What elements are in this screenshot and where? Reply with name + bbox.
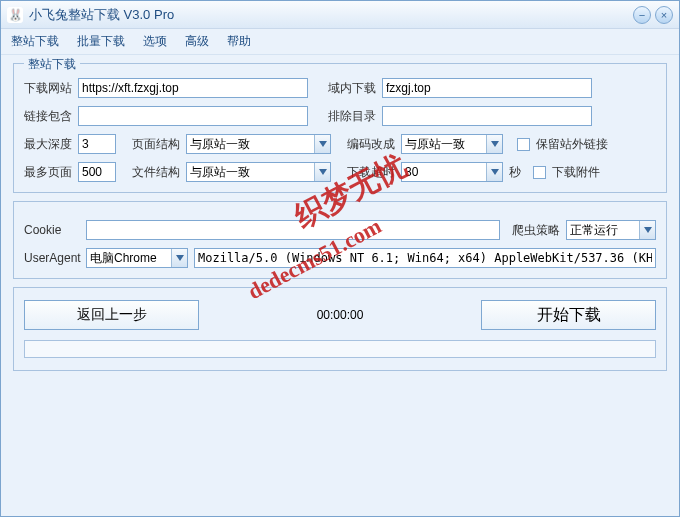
timer-display: 00:00:00	[205, 308, 475, 322]
label-site: 下载网站	[24, 80, 72, 97]
input-domain[interactable]	[382, 78, 592, 98]
menu-help[interactable]: 帮助	[227, 33, 251, 50]
select-page-struct[interactable]: 与原站一致	[186, 134, 331, 154]
label-file-struct: 文件结构	[132, 164, 180, 181]
input-link-contains[interactable]	[78, 106, 308, 126]
label-max-depth: 最大深度	[24, 136, 72, 153]
label-encoding: 编码改成	[347, 136, 395, 153]
chevron-down-icon	[486, 135, 502, 153]
label-exclude: 排除目录	[328, 108, 376, 125]
progress-bar	[24, 340, 656, 358]
label-download-attach: 下载附件	[552, 164, 600, 181]
content-area: 整站下载 下载网站 域内下载 链接包含 排除目录 最大深度 页面结构 与原站一致	[1, 55, 679, 516]
start-download-button[interactable]: 开始下载	[481, 300, 656, 330]
menu-site-download[interactable]: 整站下载	[11, 33, 59, 50]
checkbox-download-attach[interactable]	[533, 166, 546, 179]
chevron-down-icon	[639, 221, 655, 239]
label-domain: 域内下载	[328, 80, 376, 97]
label-timeout: 下载超时	[347, 164, 395, 181]
settings-group: 整站下载 下载网站 域内下载 链接包含 排除目录 最大深度 页面结构 与原站一致	[13, 63, 667, 193]
label-keep-external: 保留站外链接	[536, 136, 608, 153]
label-useragent: UserAgent	[24, 251, 80, 265]
chevron-down-icon	[486, 163, 502, 181]
input-exclude-dir[interactable]	[382, 106, 592, 126]
group-legend: 整站下载	[24, 56, 80, 73]
label-max-pages: 最多页面	[24, 164, 72, 181]
app-icon: 🐰	[7, 7, 23, 23]
select-timeout-value: 30	[402, 165, 486, 179]
window-title: 小飞兔整站下载 V3.0 Pro	[29, 6, 629, 24]
label-page-struct: 页面结构	[132, 136, 180, 153]
label-cookie: Cookie	[24, 223, 80, 237]
close-button[interactable]: ×	[655, 6, 673, 24]
input-max-depth[interactable]	[78, 134, 116, 154]
menu-options[interactable]: 选项	[143, 33, 167, 50]
select-crawl-policy[interactable]: 正常运行	[566, 220, 656, 240]
input-useragent[interactable]	[194, 248, 656, 268]
label-crawl-policy: 爬虫策略	[512, 222, 560, 239]
minimize-button[interactable]: −	[633, 6, 651, 24]
select-ua-preset-value: 电脑Chrome	[87, 250, 171, 267]
titlebar: 🐰 小飞兔整站下载 V3.0 Pro − ×	[1, 1, 679, 29]
input-max-pages[interactable]	[78, 162, 116, 182]
select-file-struct[interactable]: 与原站一致	[186, 162, 331, 182]
checkbox-keep-external[interactable]	[517, 138, 530, 151]
chevron-down-icon	[314, 135, 330, 153]
label-seconds: 秒	[509, 164, 521, 181]
input-site-url[interactable]	[78, 78, 308, 98]
app-window: 🐰 小飞兔整站下载 V3.0 Pro − × 整站下载 批量下载 选项 高级 帮…	[0, 0, 680, 517]
action-group: 返回上一步 00:00:00 开始下载	[13, 287, 667, 371]
chevron-down-icon	[314, 163, 330, 181]
menubar: 整站下载 批量下载 选项 高级 帮助	[1, 29, 679, 55]
select-encoding[interactable]: 与原站一致	[401, 134, 503, 154]
label-link-contains: 链接包含	[24, 108, 72, 125]
select-file-struct-value: 与原站一致	[187, 164, 314, 181]
back-button-label: 返回上一步	[77, 306, 147, 324]
start-button-label: 开始下载	[537, 305, 601, 326]
advanced-group: Cookie 爬虫策略 正常运行 UserAgent 电脑Chrome	[13, 201, 667, 279]
select-crawl-value: 正常运行	[567, 222, 639, 239]
select-page-struct-value: 与原站一致	[187, 136, 314, 153]
menu-advanced[interactable]: 高级	[185, 33, 209, 50]
select-encoding-value: 与原站一致	[402, 136, 486, 153]
select-timeout[interactable]: 30	[401, 162, 503, 182]
input-cookie[interactable]	[86, 220, 500, 240]
menu-batch-download[interactable]: 批量下载	[77, 33, 125, 50]
select-useragent-preset[interactable]: 电脑Chrome	[86, 248, 188, 268]
back-button[interactable]: 返回上一步	[24, 300, 199, 330]
chevron-down-icon	[171, 249, 187, 267]
